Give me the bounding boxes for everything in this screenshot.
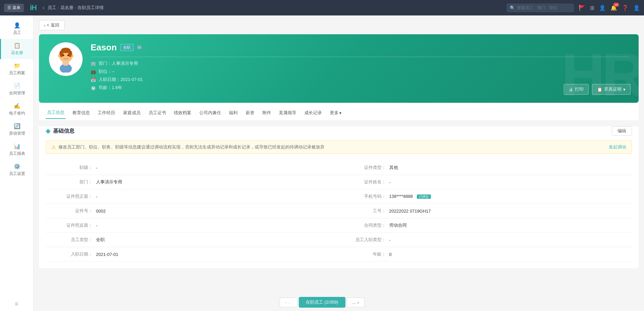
warning-banner: ⚠ 修改员工部门、职位、职务、职级等信息建议通过调动流程实现，否则无法生成异动记… <box>46 140 632 154</box>
next-arrow-icon: › <box>357 300 359 305</box>
search-box[interactable]: 🔍 <box>507 4 574 12</box>
nav-right-actions: 🔍 🚩 ⊞ 👤 🔔 18 ❓ 👤 <box>507 4 640 12</box>
profile-actions: 🖨 打印 📋 开具证明 ▾ <box>564 84 631 95</box>
print-icon: 🖨 <box>569 87 573 92</box>
settings-icon: ⚙️ <box>14 163 20 170</box>
esign-icon: ✍️ <box>14 103 20 109</box>
employee-name: Eason <box>91 42 117 53</box>
tab-label-benefits: 福利 <box>229 110 238 116</box>
avatar-image <box>52 46 79 73</box>
contract-type-label: 合同类型： <box>346 222 386 228</box>
next-page-button[interactable]: ... › <box>347 298 364 307</box>
account-icon[interactable]: 👤 <box>633 5 640 11</box>
tab-label-performance: 绩效档案 <box>174 110 191 116</box>
flag-icon[interactable]: 🚩 <box>579 5 585 11</box>
nav-sep-6: · <box>195 110 196 116</box>
nav-sep-11: · <box>300 110 301 116</box>
tab-label-supervisor: 直属领导 <box>279 110 296 116</box>
tab-cert[interactable]: 员工证书 <box>147 107 167 119</box>
tab-work-history[interactable]: 工作经历 <box>96 107 116 119</box>
back-label: < 返回 <box>47 22 59 28</box>
breadcrumb-employee[interactable]: 员工 <box>48 5 56 11</box>
sidebar-item-anomaly[interactable]: 🔄 异动管理 <box>0 120 33 140</box>
tab-employee-info[interactable]: 员工信息 <box>46 107 66 119</box>
sidebar-expand-icon[interactable]: ≡ <box>15 301 18 308</box>
section-icon: ◈ <box>46 127 50 135</box>
sidebar-label-esign: 电子签约 <box>9 110 25 116</box>
tab-concurrent[interactable]: 公司内兼任 <box>198 107 222 119</box>
nav-back-button[interactable]: ‹ <box>43 5 44 11</box>
tab-growth[interactable]: 成长记录 <box>303 107 323 119</box>
contract-type-value: 劳动合同 <box>389 222 626 228</box>
tab-attachment[interactable]: 附件 <box>261 107 273 119</box>
menu-icon: ☰ <box>7 5 11 10</box>
back-arrow-icon: ‹ <box>44 23 45 28</box>
tab-label-salary: 薪资 <box>246 110 254 116</box>
sidebar-item-esign[interactable]: ✍️ 电子签约 <box>0 99 33 120</box>
tab-label-work-history: 工作经历 <box>98 110 115 116</box>
tab-supervisor[interactable]: 直属领导 <box>278 107 298 119</box>
sidebar-item-employee[interactable]: 👤 员工 <box>0 19 33 39</box>
breadcrumb-roster[interactable]: 花名册 <box>60 5 73 11</box>
position-icon: 💼 <box>91 69 96 74</box>
back-button[interactable]: ‹ < 返回 <box>39 20 64 30</box>
sidebar-item-archive[interactable]: 📁 员工档案 <box>0 59 33 79</box>
field-rank: 职级： - <box>46 161 339 175</box>
anomaly-icon: 🔄 <box>14 123 20 129</box>
tab-performance[interactable]: 绩效档案 <box>172 107 193 119</box>
sidebar-item-report[interactable]: 📊 员工报表 <box>0 140 33 160</box>
menu-button[interactable]: ☰ 菜单 <box>4 4 24 12</box>
rank-value: - <box>96 165 332 170</box>
nav-sep-3: · <box>118 110 120 116</box>
edit-button[interactable]: 编辑 <box>612 126 632 136</box>
sidebar-item-contract[interactable]: 📄 合同管理 <box>0 79 33 99</box>
sidebar-item-settings[interactable]: ⚙️ 员工设置 <box>0 160 33 180</box>
tab-education[interactable]: 教育信息 <box>71 107 91 119</box>
field-emp-type: 员工类型： 全职 <box>46 233 339 247</box>
nav-sep-10: · <box>275 110 276 116</box>
field-id-back: 证件照反面： - <box>46 218 339 233</box>
search-input[interactable] <box>517 5 571 10</box>
prev-page-button[interactable]: ‹ ‹ ... ... <box>280 298 297 307</box>
cert-button[interactable]: 📋 开具证明 ▾ <box>592 84 631 95</box>
join-date-value: 2021-07-01 <box>96 252 332 257</box>
notification-icon[interactable]: 🔔 18 <box>610 5 617 11</box>
rank-label: 职级： <box>52 165 93 171</box>
grid-icon[interactable]: ⊞ <box>590 5 594 11</box>
tab-family[interactable]: 家庭成员 <box>122 107 142 119</box>
id-front-label: 证件照正面： <box>52 193 93 199</box>
nav-sep-9: · <box>258 110 259 116</box>
id-type-value: 其他 <box>389 165 626 171</box>
cert-label: 开具证明 <box>604 86 622 92</box>
initiate-transfer-button[interactable]: 发起调动 <box>609 144 626 150</box>
sidebar-item-roster[interactable]: 📋 花名册 <box>0 39 33 59</box>
tab-salary[interactable]: 薪资 <box>244 107 256 119</box>
warning-content: ⚠ 修改员工部门、职位、职务、职级等信息建议通过调动流程实现，否则无法生成异动记… <box>51 144 325 150</box>
field-phone: 手机号码： 138****8888 已绑定 <box>339 189 632 204</box>
sub-navigation: 员工信息 · 教育信息 · 工作经历 · 家庭成员 · 员工证书 · 绩效档案 … <box>39 103 639 120</box>
field-join-date: 入职日期： 2021-07-01 <box>46 247 339 262</box>
sidebar-label-anomaly: 异动管理 <box>9 131 25 136</box>
top-navigation: ☰ 菜单 iH ‹ 员工 / 花名册 / 在职员工详情 🔍 🚩 ⊞ 👤 🔔 18… <box>0 0 644 15</box>
sidebar-label-contract: 合同管理 <box>9 90 25 96</box>
sidebar: 👤 员工 📋 花名册 📁 员工档案 📄 合同管理 ✍️ 电子签约 🔄 异动管理 … <box>0 15 34 311</box>
tab-benefits[interactable]: 福利 <box>228 107 239 119</box>
avatar <box>49 42 83 76</box>
pagination-bar: ‹ ‹ ... ... 在职员工 (2/359) ... › <box>280 294 364 311</box>
next-dots: ... <box>352 300 356 305</box>
phone-label: 手机号码： <box>346 193 386 199</box>
sidebar-label-report: 员工报表 <box>9 151 25 157</box>
tab-label-education: 教育信息 <box>72 110 90 116</box>
join-date-label: 入职日期： <box>52 251 93 257</box>
report-icon: 📊 <box>14 143 20 149</box>
employee-icon: 👤 <box>14 22 20 29</box>
notification-badge: 18 <box>613 3 619 7</box>
tab-more[interactable]: 更多 ▾ <box>329 107 343 119</box>
print-button[interactable]: 🖨 打印 <box>564 84 589 95</box>
help-icon[interactable]: ❓ <box>622 5 629 11</box>
dept-label: 部门： <box>52 179 93 185</box>
main-content: ‹ < 返回 <box>34 15 644 311</box>
prev-dots: ... <box>288 300 292 305</box>
user-profile-icon[interactable]: 👤 <box>599 5 606 11</box>
sidebar-bottom: ≡ <box>0 297 33 311</box>
